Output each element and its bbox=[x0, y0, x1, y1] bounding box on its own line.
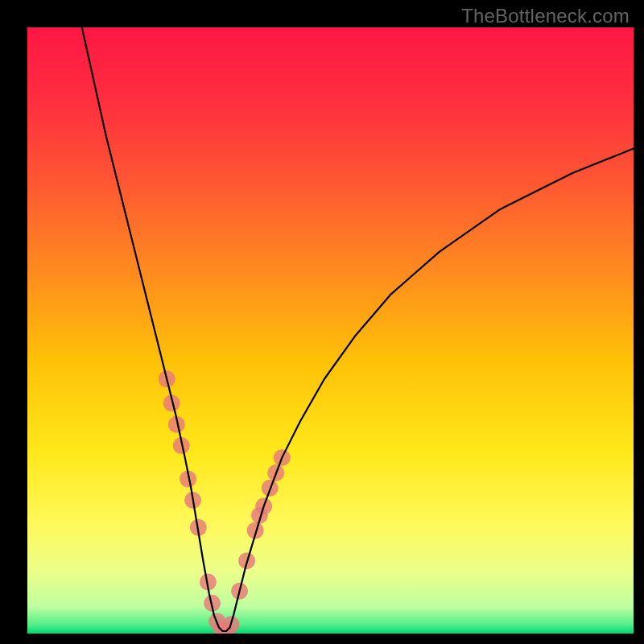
bottleneck-chart bbox=[27, 27, 634, 634]
chart-container: TheBottleneck.com bbox=[0, 0, 644, 644]
watermark-text: TheBottleneck.com bbox=[461, 5, 630, 27]
plot-area bbox=[27, 27, 634, 634]
gradient-background bbox=[27, 27, 634, 634]
